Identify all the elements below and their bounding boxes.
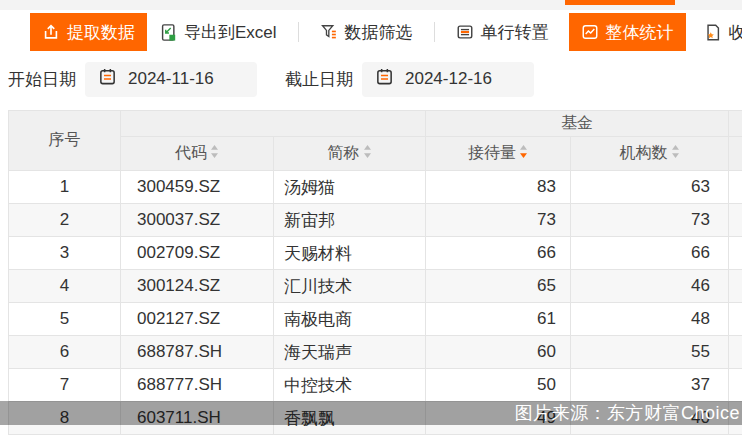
data-table: 序号 基金 代码 bbox=[8, 110, 742, 435]
cell-index[interactable]: 4 bbox=[9, 270, 121, 303]
top-tab-strip bbox=[0, 0, 742, 10]
cell-reception[interactable]: 61 bbox=[426, 303, 571, 336]
cell-extra bbox=[729, 369, 742, 402]
extract-data-button[interactable]: 提取数据 bbox=[30, 13, 147, 51]
cell-index[interactable]: 5 bbox=[9, 303, 121, 336]
cell-code[interactable]: 300037.SZ bbox=[121, 204, 274, 237]
cell-reception[interactable]: 60 bbox=[426, 336, 571, 369]
end-date-value: 2024-12-16 bbox=[405, 69, 492, 89]
calendar-icon bbox=[375, 67, 394, 91]
cell-extra bbox=[729, 303, 742, 336]
cell-name[interactable]: 汇川技术 bbox=[274, 270, 426, 303]
cell-institutions[interactable]: 73 bbox=[571, 204, 729, 237]
active-tab-indicator bbox=[565, 0, 675, 5]
cell-index[interactable]: 1 bbox=[9, 171, 121, 204]
export-excel-button[interactable]: 导出到Excel bbox=[147, 13, 289, 51]
cell-code[interactable]: 688777.SH bbox=[121, 369, 274, 402]
cell-index[interactable]: 2 bbox=[9, 204, 121, 237]
favorite-report-button[interactable]: 收藏报 bbox=[692, 13, 742, 51]
favorite-report-icon bbox=[704, 23, 722, 42]
cell-reception[interactable]: 50 bbox=[426, 369, 571, 402]
favorite-report-label: 收藏报 bbox=[729, 21, 742, 44]
data-filter-button[interactable]: 数据筛选 bbox=[308, 13, 425, 51]
cell-code[interactable]: 002127.SZ bbox=[121, 303, 274, 336]
group-header-extra bbox=[729, 111, 742, 137]
calendar-icon bbox=[98, 67, 117, 91]
column-header-index: 序号 bbox=[9, 111, 121, 171]
cell-institutions[interactable]: 55 bbox=[571, 336, 729, 369]
cell-institutions[interactable]: 63 bbox=[571, 171, 729, 204]
cell-institutions[interactable]: 66 bbox=[571, 237, 729, 270]
cell-reception[interactable]: 83 bbox=[426, 171, 571, 204]
column-header-code-label: 代码 bbox=[175, 143, 207, 164]
cell-institutions[interactable]: 48 bbox=[571, 303, 729, 336]
export-excel-icon bbox=[159, 23, 177, 42]
toolbar-separator bbox=[298, 22, 299, 42]
overall-stats-label: 整体统计 bbox=[606, 21, 674, 44]
cell-reception[interactable]: 65 bbox=[426, 270, 571, 303]
overall-stats-icon bbox=[581, 23, 599, 41]
cell-reception[interactable]: 66 bbox=[426, 237, 571, 270]
column-header-reception-label: 接待量 bbox=[468, 143, 516, 164]
column-header-institutions[interactable]: 机构数 bbox=[571, 137, 729, 171]
extract-data-label: 提取数据 bbox=[67, 21, 135, 44]
export-excel-label: 导出到Excel bbox=[184, 21, 277, 44]
sort-icon bbox=[363, 144, 372, 163]
group-header-fund: 基金 bbox=[426, 111, 729, 137]
column-header-code[interactable]: 代码 bbox=[121, 137, 274, 171]
table-row[interactable]: 3 002709.SZ 天赐材料 66 66 bbox=[9, 237, 742, 270]
cell-code[interactable]: 300459.SZ bbox=[121, 171, 274, 204]
start-date-field[interactable]: 2024-11-16 bbox=[85, 62, 257, 97]
cell-code[interactable]: 688787.SH bbox=[121, 336, 274, 369]
column-header-extra bbox=[729, 137, 742, 171]
toolbar: 提取数据 导出到Excel 数据筛选 bbox=[0, 10, 742, 54]
extract-data-icon bbox=[42, 23, 60, 41]
column-header-reception[interactable]: 接待量 bbox=[426, 137, 571, 171]
column-header-name[interactable]: 简称 bbox=[274, 137, 426, 171]
group-header-empty bbox=[121, 111, 426, 137]
cell-index[interactable]: 3 bbox=[9, 237, 121, 270]
cell-extra bbox=[729, 336, 742, 369]
end-date-label: 截止日期 bbox=[285, 68, 353, 91]
watermark-text: 图片来源：东方财富Choice bbox=[514, 401, 740, 425]
cell-name[interactable]: 天赐材料 bbox=[274, 237, 426, 270]
column-header-name-label: 简称 bbox=[328, 143, 360, 164]
cell-institutions[interactable]: 46 bbox=[571, 270, 729, 303]
cell-name[interactable]: 中控技术 bbox=[274, 369, 426, 402]
cell-name[interactable]: 南极电商 bbox=[274, 303, 426, 336]
table-row[interactable]: 1 300459.SZ 汤姆猫 83 63 bbox=[9, 171, 742, 204]
table-row[interactable]: 4 300124.SZ 汇川技术 65 46 bbox=[9, 270, 742, 303]
row-transpose-button[interactable]: 单行转置 bbox=[444, 13, 561, 51]
table-row[interactable]: 5 002127.SZ 南极电商 61 48 bbox=[9, 303, 742, 336]
start-date-value: 2024-11-16 bbox=[128, 69, 214, 89]
table-row[interactable]: 7 688777.SH 中控技术 50 37 bbox=[9, 369, 742, 402]
cell-extra bbox=[729, 204, 742, 237]
row-transpose-label: 单行转置 bbox=[481, 21, 549, 44]
cell-code[interactable]: 300124.SZ bbox=[121, 270, 274, 303]
cell-name[interactable]: 汤姆猫 bbox=[274, 171, 426, 204]
cell-name[interactable]: 新宙邦 bbox=[274, 204, 426, 237]
cell-name[interactable]: 海天瑞声 bbox=[274, 336, 426, 369]
overall-stats-button[interactable]: 整体统计 bbox=[569, 13, 686, 51]
table-row[interactable]: 2 300037.SZ 新宙邦 73 73 bbox=[9, 204, 742, 237]
cell-institutions[interactable]: 37 bbox=[571, 369, 729, 402]
sort-desc-active-icon bbox=[519, 144, 528, 163]
start-date-label: 开始日期 bbox=[8, 68, 76, 91]
toolbar-separator bbox=[434, 22, 435, 42]
date-filter-row: 开始日期 2024-11-16 截止日期 2024-12-16 bbox=[0, 54, 742, 104]
cell-reception[interactable]: 73 bbox=[426, 204, 571, 237]
table-row[interactable]: 6 688787.SH 海天瑞声 60 55 bbox=[9, 336, 742, 369]
table-body: 1 300459.SZ 汤姆猫 83 63 2 300037.SZ 新宙邦 73… bbox=[9, 171, 742, 435]
end-date-field[interactable]: 2024-12-16 bbox=[362, 62, 534, 97]
sort-icon bbox=[671, 144, 680, 163]
cell-index[interactable]: 7 bbox=[9, 369, 121, 402]
cell-extra bbox=[729, 270, 742, 303]
column-header-institutions-label: 机构数 bbox=[620, 143, 668, 164]
cell-code[interactable]: 002709.SZ bbox=[121, 237, 274, 270]
row-transpose-icon bbox=[456, 23, 474, 41]
data-filter-label: 数据筛选 bbox=[345, 21, 413, 44]
cell-index[interactable]: 6 bbox=[9, 336, 121, 369]
cell-extra bbox=[729, 171, 742, 204]
cell-extra bbox=[729, 237, 742, 270]
data-filter-icon bbox=[320, 23, 338, 41]
